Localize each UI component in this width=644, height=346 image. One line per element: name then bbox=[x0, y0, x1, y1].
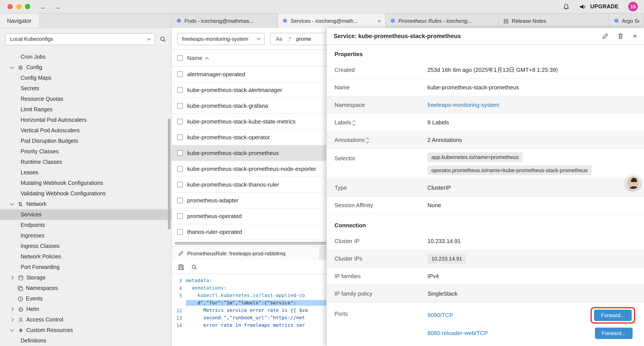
maximize-window-button[interactable] bbox=[25, 4, 30, 9]
sidebar-header: Navigator bbox=[0, 13, 172, 28]
property-row-namespace: Namespace freeleaps-monitoring-system bbox=[326, 96, 644, 114]
sidebar-scrollbar[interactable] bbox=[168, 119, 170, 230]
sidebar-item-priority-classes[interactable]: Priority Classes bbox=[0, 146, 172, 157]
sidebar-item-definitions[interactable]: Definitions bbox=[0, 336, 172, 346]
sidebar: Navigator Local Kubeconfigs Cron Jobs ⚙C… bbox=[0, 13, 172, 346]
document-icon: ▤ bbox=[503, 17, 509, 24]
forward-button-highlight: Forward... bbox=[590, 307, 635, 324]
sidebar-item-ingresses[interactable]: Ingresses bbox=[0, 230, 172, 241]
row-checkbox[interactable] bbox=[177, 134, 183, 140]
sidebar-item-validating-webhook-configurations[interactable]: Validating Webhook Configurations bbox=[0, 188, 172, 199]
navigator-tab[interactable]: Navigator bbox=[0, 13, 40, 27]
pencil-icon bbox=[178, 251, 184, 256]
back-icon[interactable]: ← bbox=[40, 3, 46, 10]
close-tab-icon[interactable]: × bbox=[374, 17, 381, 24]
delete-icon[interactable] bbox=[617, 33, 624, 39]
chevron-down-icon bbox=[10, 202, 14, 205]
properties-heading: Properties bbox=[326, 45, 644, 61]
forward-icon[interactable]: → bbox=[54, 3, 60, 10]
row-checkbox[interactable] bbox=[177, 198, 183, 203]
tab-services[interactable]: ☸ Services - icecheng@math... × bbox=[278, 13, 386, 28]
sidebar-item-runtime-classes[interactable]: Runtime Classes bbox=[0, 157, 172, 167]
row-checkbox[interactable] bbox=[177, 213, 183, 219]
close-icon[interactable]: × bbox=[632, 32, 637, 40]
sidebar-item-mutating-webhook-configurations[interactable]: Mutating Webhook Configurations bbox=[0, 178, 172, 188]
sort-ascending-icon bbox=[205, 57, 209, 61]
sidebar-item-secrets[interactable]: Secrets bbox=[0, 83, 172, 94]
sidebar-item-config-maps[interactable]: Config Maps bbox=[0, 73, 172, 83]
sidebar-item-endpoints[interactable]: Endpoints bbox=[0, 220, 172, 230]
search-icon[interactable] bbox=[160, 36, 166, 42]
namespace-select[interactable]: freeleaps-monitoring-system bbox=[177, 33, 265, 45]
search-icon[interactable] bbox=[191, 264, 197, 270]
minimize-window-button[interactable] bbox=[16, 4, 22, 9]
row-checkbox[interactable] bbox=[177, 150, 183, 156]
avatar[interactable] bbox=[626, 175, 640, 190]
port-link-8080[interactable]: 8080:reloader-web/TCP bbox=[428, 330, 488, 336]
property-row-created: Created 253d 16h 6m ago (2025年1月13日 GMT+… bbox=[326, 61, 644, 79]
select-all-checkbox[interactable] bbox=[177, 55, 183, 61]
edit-icon[interactable] bbox=[602, 33, 608, 39]
sidebar-item-port-forwarding[interactable]: Port Forwarding bbox=[0, 262, 172, 272]
property-row-labels: Labels 9 Labels bbox=[326, 114, 644, 131]
namespace-link[interactable]: freeleaps-monitoring-system bbox=[428, 102, 499, 108]
sidebar-item-leases[interactable]: Leases bbox=[0, 167, 172, 178]
name-column-header[interactable]: Name bbox=[187, 55, 208, 61]
expand-collapse-icon[interactable] bbox=[353, 120, 355, 125]
save-icon[interactable] bbox=[178, 264, 184, 270]
tab-pods[interactable]: ☸ Pods - icecheng@mathmas... bbox=[172, 13, 278, 28]
namespaces-icon bbox=[18, 285, 26, 291]
sidebar-item-events[interactable]: Events bbox=[0, 294, 172, 304]
network-icon: ⇅ bbox=[18, 201, 26, 207]
row-checkbox[interactable] bbox=[177, 71, 183, 77]
connection-row-ip-family-policy: IP family policy SingleStack bbox=[326, 285, 644, 303]
close-window-button[interactable] bbox=[8, 4, 13, 9]
asterisk-icon: ∗ bbox=[18, 326, 26, 334]
connection-row-cluster-ips: Cluster IPs 10.233.14.91 bbox=[326, 250, 644, 268]
sidebar-item-pod-disruption-budgets[interactable]: Pod Disruption Budgets bbox=[0, 136, 172, 146]
sidebar-item-namespaces[interactable]: Namespaces bbox=[0, 283, 172, 294]
sidebar-item-ingress-classes[interactable]: Ingress Classes bbox=[0, 241, 172, 251]
sidebar-item-storage[interactable]: Storage bbox=[0, 272, 172, 283]
row-checkbox[interactable] bbox=[177, 166, 183, 172]
row-checkbox[interactable] bbox=[177, 87, 183, 93]
port-link-9090[interactable]: 9090/TCP bbox=[428, 312, 453, 319]
helm-icon bbox=[18, 306, 26, 312]
sidebar-item-limit-ranges[interactable]: Limit Ranges bbox=[0, 104, 172, 115]
kubernetes-icon: ☸ bbox=[390, 17, 395, 24]
row-checkbox[interactable] bbox=[177, 103, 183, 109]
sidebar-item-services[interactable]: Services bbox=[0, 209, 172, 220]
bell-icon[interactable] bbox=[563, 3, 570, 10]
row-checkbox[interactable] bbox=[177, 229, 183, 235]
sidebar-item-custom-resources[interactable]: ∗Custom Resources bbox=[0, 325, 172, 336]
selector-badge: operator.prometheus.io/name=kube-prometh… bbox=[428, 166, 592, 175]
regex-toggle[interactable]: .* bbox=[287, 36, 291, 42]
sidebar-item-helm[interactable]: Helm bbox=[0, 304, 172, 315]
notification-count-badge[interactable]: 15 bbox=[628, 2, 638, 11]
sidebar-item-config[interactable]: ⚙Config bbox=[0, 62, 172, 73]
chevron-down-icon bbox=[10, 65, 14, 69]
kubernetes-icon: ☸ bbox=[614, 17, 619, 24]
sidebar-item-network-policies[interactable]: Network Policies bbox=[0, 251, 172, 262]
chevron-right-icon bbox=[10, 318, 14, 322]
upgrade-button[interactable]: UPGRADE bbox=[579, 3, 618, 10]
sidebar-item-access-control[interactable]: Access Control bbox=[0, 315, 172, 325]
row-checkbox[interactable] bbox=[177, 182, 183, 187]
sidebar-item-horizontal-pod-autoscalers[interactable]: Horizontal Pod Autoscalers bbox=[0, 115, 172, 125]
forward-button[interactable]: Forward... bbox=[595, 327, 632, 339]
sidebar-item-cron-jobs[interactable]: Cron Jobs bbox=[0, 52, 172, 62]
match-case-toggle[interactable]: Aa bbox=[276, 36, 282, 42]
forward-button[interactable]: Forward... bbox=[594, 310, 632, 321]
tab-release-notes[interactable]: ▤ Release Notes bbox=[499, 13, 609, 28]
window-controls bbox=[0, 4, 30, 9]
connection-row-ports: Ports 9090/TCP Forward... 8080:reloader-… bbox=[326, 303, 644, 346]
dock-tab-prometheusrule[interactable]: PrometheusRule: freeleaps-prod-rabbitmq bbox=[172, 247, 320, 260]
tab-argo[interactable]: ☸ Argo Se bbox=[609, 13, 644, 28]
expand-collapse-icon[interactable] bbox=[366, 137, 368, 142]
sidebar-item-network[interactable]: ⇅Network bbox=[0, 199, 172, 209]
kubeconfig-select[interactable]: Local Kubeconfigs bbox=[5, 33, 155, 45]
sidebar-item-resource-quotas[interactable]: Resource Quotas bbox=[0, 94, 172, 104]
row-checkbox[interactable] bbox=[177, 119, 183, 124]
sidebar-item-vertical-pod-autoscalers[interactable]: Vertical Pod Autoscalers bbox=[0, 125, 172, 136]
tab-prometheus-rules[interactable]: ☸ Prometheus Rules - icecheng... bbox=[386, 13, 499, 28]
